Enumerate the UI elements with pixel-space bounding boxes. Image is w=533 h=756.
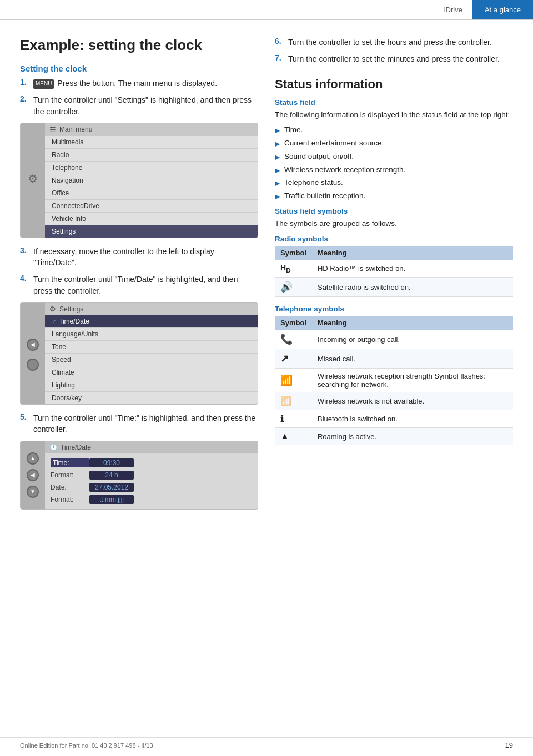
timedate-row-format1: Format: 24 h — [45, 469, 258, 481]
time-label: Time: — [51, 458, 89, 467]
timedate-screen: ▲ ◀ ▼ 🕐 Time/Date Time: 09:30 — [20, 441, 258, 510]
step-2-text: Turn the controller until "Settings" is … — [33, 94, 258, 117]
bullet-wireless: ▶Wireless network reception strength. — [275, 165, 513, 175]
menu-item-vehicleinfo: Vehicle Info — [45, 213, 258, 225]
time-value: 09:30 — [89, 458, 134, 467]
settings-screen: ◀ ⚙ Settings ✓ Time/Date Language/Units … — [20, 302, 258, 405]
signal-meaning: Wireless network reception strength Symb… — [312, 369, 513, 392]
missed-symbol: ↗ — [275, 349, 312, 369]
left-column: Example: setting the clock Setting the c… — [20, 37, 258, 517]
bluetooth-meaning: Bluetooth is switched on. — [312, 410, 513, 428]
telephone-table-header-symbol: Symbol — [275, 316, 312, 330]
status-information-title: Status information — [275, 77, 513, 92]
settings-item-tone: Tone — [45, 341, 258, 354]
settings-screen-main: ⚙ Settings ✓ Time/Date Language/Units To… — [45, 303, 258, 404]
bullet-telephone: ▶Telephone status. — [275, 178, 513, 188]
no-signal-meaning: Wireless network is not available. — [312, 392, 513, 410]
bullet-traffic: ▶Traffic bulletin reception. — [275, 191, 513, 201]
telephone-table-header-meaning: Meaning — [312, 316, 513, 330]
radio-table-header-meaning: Meaning — [312, 246, 513, 260]
radio-row-hd: HD HD Radio™ is switched on. — [275, 260, 513, 277]
arrow-icon-3: ▶ — [275, 153, 280, 162]
telephone-row-roaming: ▲ Roaming is active. — [275, 428, 513, 445]
step-7: 7. Turn the controller to set the minute… — [275, 53, 513, 64]
timedate-main-area: 🕐 Time/Date Time: 09:30 Format: 24 h — [45, 441, 258, 509]
settings-item-doorskey: Doors/key — [45, 392, 258, 404]
telephone-row-call: 📞 Incoming or outgoing call. — [275, 330, 513, 349]
radio-row-satellite: 🔊 Satellite radio is switched on. — [275, 278, 513, 297]
settings-item-language: Language/Units — [45, 328, 258, 341]
bullet-time: ▶Time. — [275, 125, 513, 135]
arrow-icon-5: ▶ — [275, 179, 280, 188]
timedate-title-bar: 🕐 Time/Date — [45, 441, 258, 453]
step-6-num: 6. — [275, 37, 285, 48]
step-7-text: Turn the controller to set the minutes a… — [288, 53, 500, 64]
bullet-time-text: Time. — [284, 125, 303, 135]
arrow-icon-1: ▶ — [275, 126, 280, 135]
radio-table-header-symbol: Symbol — [275, 246, 312, 260]
step-6: 6. Turn the controller to set the hours … — [275, 37, 513, 48]
satellite-meaning: Satellite radio is switched on. — [312, 278, 513, 297]
bullet-telephone-text: Telephone status. — [284, 178, 343, 188]
step-5-text: Turn the controller until "Time:" is hig… — [33, 412, 258, 435]
page-footer: Online Edition for Part no. 01 40 2 917 … — [0, 737, 533, 749]
step-1-text: MENU Press the button. The main menu is … — [33, 78, 217, 89]
settings-item-climate: Climate — [45, 366, 258, 379]
step-2-num: 2. — [20, 94, 30, 117]
menu-item-settings: Settings — [45, 225, 258, 238]
page-title: Example: setting the clock — [20, 37, 258, 54]
step-5-num: 5. — [20, 412, 30, 435]
date-value: 27.05.2012 — [89, 483, 134, 492]
format2-label: Format: — [51, 496, 89, 503]
bullet-traffic-text: Traffic bulletin reception. — [284, 191, 365, 201]
timedate-row-format2: Format: tt.mm.jjjj — [45, 493, 258, 506]
settings-title-bar: ⚙ Settings — [45, 303, 258, 315]
call-meaning: Incoming or outgoing call. — [312, 330, 513, 349]
gear-icon: ⚙ — [28, 172, 38, 185]
page-number: 19 — [505, 741, 513, 749]
settings-item-lighting: Lighting — [45, 379, 258, 392]
up-arrow-icon: ▲ — [27, 452, 39, 465]
idrive-tab[interactable]: iDrive — [434, 0, 472, 19]
radio-symbols-table: Symbol Meaning HD HD Radio™ is switched … — [275, 246, 513, 297]
roaming-meaning: Roaming is active. — [312, 428, 513, 445]
main-content: Example: setting the clock Setting the c… — [0, 20, 533, 534]
step-1: 1. MENU Press the button. The main menu … — [20, 78, 258, 89]
at-glance-tab[interactable]: At a glance — [472, 0, 533, 19]
footer-text: Online Edition for Part no. 01 40 2 917 … — [20, 742, 153, 749]
bullet-entertainment-text: Current entertainment source. — [284, 138, 384, 149]
knob-icon — [27, 359, 39, 371]
bluetooth-symbol: ℹ — [275, 410, 312, 428]
roaming-symbol: ▲ — [275, 428, 312, 445]
arrow-icon-6: ▶ — [275, 192, 280, 201]
menu-item-office: Office — [45, 187, 258, 200]
right-column: 6. Turn the controller to set the hours … — [275, 37, 513, 517]
step-2: 2. Turn the controller until "Settings" … — [20, 94, 258, 117]
settings-menu-title: Settings — [59, 305, 83, 313]
step-3-text: If necessary, move the controller to the… — [33, 246, 258, 269]
screen-sidebar: ⚙ — [21, 123, 45, 238]
date-label: Date: — [51, 483, 89, 491]
step-7-num: 7. — [275, 53, 285, 64]
settings-gear-icon: ⚙ — [49, 305, 56, 313]
step-4: 4. Turn the controller until "Time/Date"… — [20, 274, 258, 296]
timedate-row-time: Time: 09:30 — [45, 457, 258, 469]
menu-item-multimedia: Multimedia — [45, 136, 258, 149]
settings-menu-list: ✓ Time/Date Language/Units Tone Speed Cl… — [45, 315, 258, 404]
bullet-entertainment: ▶Current entertainment source. — [275, 138, 513, 149]
settings-item-speed: Speed — [45, 354, 258, 366]
left-arrow-icon: ◀ — [27, 339, 39, 351]
step-4-num: 4. — [20, 274, 30, 296]
no-signal-symbol: 📶 — [275, 392, 312, 410]
timedate-screen-title: Time/Date — [61, 443, 91, 451]
hd-symbol: HD — [275, 260, 312, 277]
timedate-row-date: Date: 27.05.2012 — [45, 481, 258, 493]
status-field-title: Status field — [275, 98, 513, 107]
page-header: iDrive At a glance — [0, 0, 533, 20]
step-1-num: 1. — [20, 78, 30, 89]
arrow-icon-2: ▶ — [275, 139, 280, 149]
timedate-rows: Time: 09:30 Format: 24 h Date: 27.05.201… — [45, 453, 258, 509]
format2-value: tt.mm.jjjj — [89, 495, 134, 504]
settings-item-timedate: ✓ Time/Date — [45, 315, 258, 328]
step-5: 5. Turn the controller until "Time:" is … — [20, 412, 258, 435]
